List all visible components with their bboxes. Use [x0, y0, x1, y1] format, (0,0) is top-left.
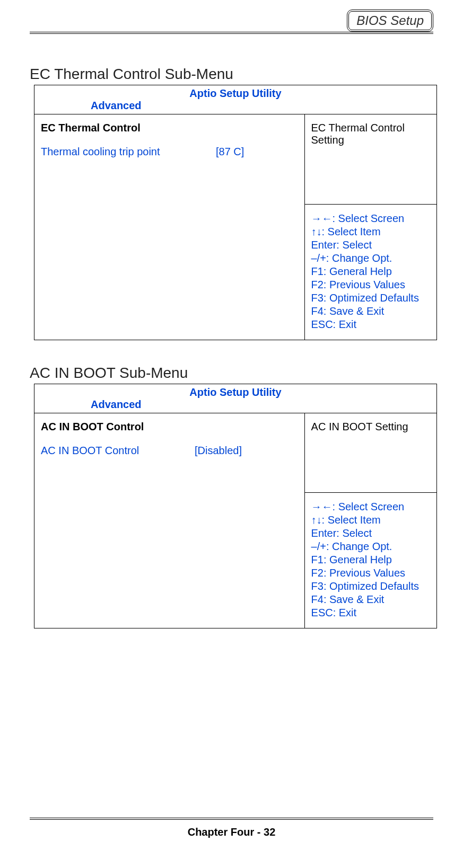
tab-advanced[interactable]: Advanced [40, 398, 431, 411]
section-title-ec-thermal: EC Thermal Control Sub-Menu [30, 66, 433, 83]
option-label: AC IN BOOT Control [41, 445, 195, 457]
help-line: –/+: Change Opt. [311, 252, 431, 265]
help-line: F2: Previous Values [311, 278, 431, 291]
help-line: F4: Save & Exit [311, 305, 431, 318]
footer: Chapter Four - 32 [30, 818, 433, 838]
options-panel: AC IN BOOT Control AC IN BOOT Control [D… [34, 413, 305, 628]
utility-title: Aptio Setup Utility [40, 87, 431, 100]
options-panel: EC Thermal Control Thermal cooling trip … [34, 114, 305, 340]
option-value[interactable]: [87 C] [216, 146, 244, 158]
help-line: →←: Select Screen [311, 212, 431, 225]
option-row-thermal-trip[interactable]: Thermal cooling trip point [87 C] [41, 146, 298, 158]
description-cell: EC Thermal Control Setting [304, 114, 437, 205]
help-line: ESC: Exit [311, 318, 431, 331]
help-line: ESC: Exit [311, 606, 430, 619]
help-list: →←: Select Screen ↑↓: Select Item Enter:… [311, 500, 430, 619]
help-line: –/+: Change Opt. [311, 540, 430, 553]
footer-text: Chapter Four - 32 [188, 826, 276, 838]
help-line: →←: Select Screen [311, 500, 430, 513]
help-line: ↑↓: Select Item [311, 513, 430, 527]
option-row-ac-in-boot[interactable]: AC IN BOOT Control [Disabled] [41, 445, 298, 457]
header-rule [30, 32, 433, 34]
description-cell: AC IN BOOT Setting [304, 413, 436, 493]
help-line: F4: Save & Exit [311, 593, 430, 606]
bios-header-cell: Aptio Setup Utility Advanced [34, 85, 437, 114]
bios-table-ec-thermal: Aptio Setup Utility Advanced EC Thermal … [34, 85, 437, 340]
section-title-ac-in-boot: AC IN BOOT Sub-Menu [30, 365, 433, 382]
help-line: F3: Optimized Defaults [311, 291, 431, 305]
header-badge: BIOS Setup [347, 10, 433, 32]
option-label: Thermal cooling trip point [41, 146, 216, 158]
help-line: F2: Previous Values [311, 566, 430, 580]
bios-table-ac-in-boot: Aptio Setup Utility Advanced AC IN BOOT … [34, 384, 437, 628]
option-value[interactable]: [Disabled] [195, 445, 242, 457]
panel-heading: EC Thermal Control [41, 122, 298, 134]
help-line: Enter: Select [311, 527, 430, 540]
help-line: ↑↓: Select Item [311, 225, 431, 238]
help-cell: →←: Select Screen ↑↓: Select Item Enter:… [304, 493, 436, 628]
utility-title: Aptio Setup Utility [40, 386, 431, 398]
help-line: F1: General Help [311, 553, 430, 566]
help-cell: →←: Select Screen ↑↓: Select Item Enter:… [304, 205, 437, 340]
help-line: F3: Optimized Defaults [311, 580, 430, 593]
help-line: Enter: Select [311, 238, 431, 252]
bios-header-cell: Aptio Setup Utility Advanced [34, 384, 437, 413]
help-list: →←: Select Screen ↑↓: Select Item Enter:… [311, 212, 431, 331]
tab-advanced[interactable]: Advanced [40, 100, 431, 112]
panel-heading: AC IN BOOT Control [41, 421, 298, 433]
help-line: F1: General Help [311, 265, 431, 278]
